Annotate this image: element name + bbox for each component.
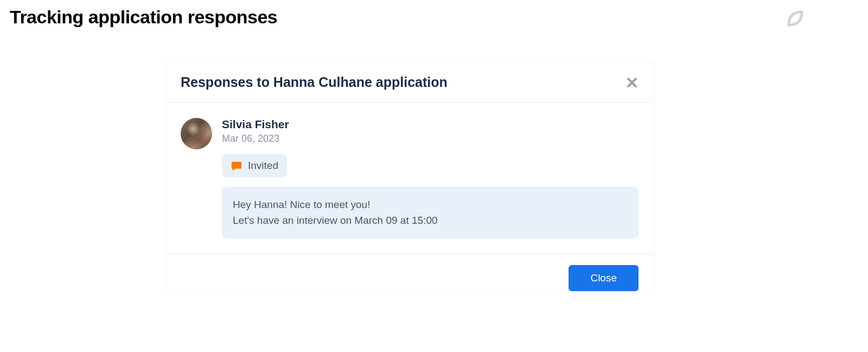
status-label: Invited: [248, 160, 278, 172]
author-name: Silvia Fisher: [222, 118, 639, 131]
modal-body: Silvia Fisher Mar 06, 2023 Invited Hey H…: [165, 103, 654, 254]
response-date: Mar 06, 2023: [222, 133, 639, 144]
leaf-logo-icon: [782, 5, 808, 32]
close-button[interactable]: Close: [569, 265, 639, 291]
modal-header: Responses to Hanna Culhane application: [165, 61, 654, 103]
close-icon[interactable]: [626, 76, 639, 89]
status-badge: Invited: [222, 154, 287, 177]
message-bubble: Hey Hanna! Nice to meet you! Let's have …: [222, 187, 639, 238]
response-item: Silvia Fisher Mar 06, 2023 Invited Hey H…: [181, 118, 639, 238]
modal-title: Responses to Hanna Culhane application: [181, 74, 448, 90]
responses-modal: Responses to Hanna Culhane application S…: [165, 61, 654, 291]
response-content: Silvia Fisher Mar 06, 2023 Invited Hey H…: [222, 118, 639, 238]
page-title: Tracking application responses: [10, 7, 277, 28]
chat-icon: [231, 160, 242, 172]
modal-footer: Close: [165, 254, 654, 291]
avatar: [181, 118, 212, 149]
